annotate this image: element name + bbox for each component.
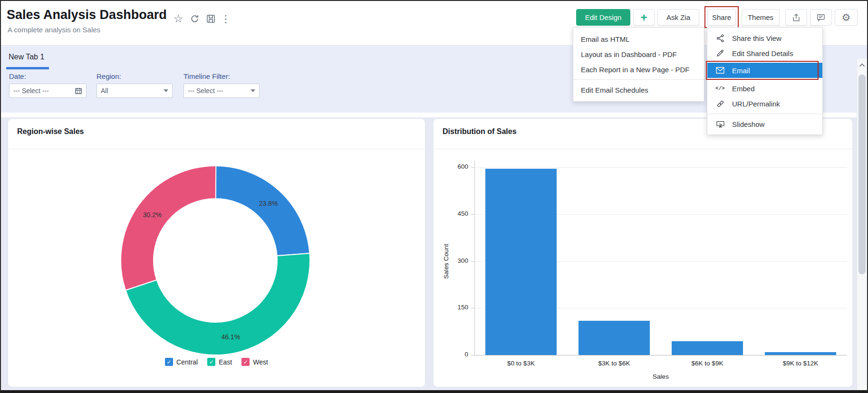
y-tick-label: 150 (434, 304, 468, 311)
x-tick-label: $9K to $12K (754, 360, 847, 367)
legend-item-east: ✓ East (207, 358, 232, 366)
tab-new-tab-1[interactable]: New Tab 1 (9, 53, 44, 61)
themes-button[interactable]: Themes (742, 9, 780, 26)
edit-design-button[interactable]: Edit Design (576, 9, 630, 26)
x-tick-label: $6K to $9K (661, 360, 754, 367)
page-title: Sales Analysis Dashboard (7, 8, 167, 22)
date-filter-input[interactable]: --- Select --- (9, 84, 87, 98)
dashboard-canvas: Region-wise Sales 23.8%46.1%30.2% ✓ Cent… (1, 113, 867, 391)
menu-item-url-permalink[interactable]: URL/Permalink (707, 96, 822, 111)
add-tab-button[interactable]: + (633, 9, 655, 26)
export-icon (791, 13, 801, 22)
region-filter-select[interactable]: All (96, 84, 173, 98)
y-tick-mark (471, 214, 474, 215)
pencil-icon (715, 49, 725, 58)
share-button[interactable]: Share (707, 9, 736, 26)
region-filter-value: All (101, 87, 161, 95)
legend-label: Central (176, 358, 198, 366)
slideshow-icon (715, 120, 725, 129)
donut-percent-label: 30.2% (143, 211, 162, 219)
divider (573, 79, 704, 80)
y-tick-label: 0 (434, 351, 468, 358)
menu-item-email-as-html[interactable]: Email as HTML (573, 31, 704, 47)
gear-icon: ⚙ (842, 12, 851, 23)
region-filter-label: Region: (96, 72, 121, 80)
legend-label: West (253, 358, 268, 366)
donut-chart: 23.8%46.1%30.2% (111, 156, 320, 365)
donut-legend: ✓ Central ✓ East ✓ West (8, 358, 425, 366)
y-axis-title: Sales Count (443, 244, 450, 279)
timeline-filter-label: Timeline Filter: (183, 72, 230, 80)
app-window: Sales Analysis Dashboard A complete anal… (0, 0, 868, 393)
link-icon (715, 99, 725, 108)
y-tick-label: 600 (434, 163, 468, 170)
x-tick-label: $3K to $6K (568, 360, 661, 367)
timeline-filter-value: --- Select --- (188, 87, 248, 95)
calendar-icon (75, 87, 82, 95)
y-tick-label: 450 (434, 210, 468, 217)
region-wise-sales-panel: Region-wise Sales 23.8%46.1%30.2% ✓ Cent… (8, 118, 425, 387)
page-subtitle: A complete analysis on Sales (8, 26, 100, 34)
bar-$6k-to-$9k[interactable] (672, 341, 743, 355)
more-options-kebab-icon[interactable]: ⋮ (220, 12, 232, 25)
ask-zia-button[interactable]: Ask Zia (657, 9, 699, 26)
comment-icon (816, 13, 826, 22)
share-dropdown-menu: Share this View Edit Shared Details Emai… (707, 27, 823, 135)
legend-item-west: ✓ West (241, 358, 268, 366)
menu-item-each-report-in-a-new-page-pdf[interactable]: Each Report in a New Page - PDF (573, 62, 704, 77)
menu-item-email[interactable]: Email (707, 63, 822, 78)
bar-$0-to-$3k[interactable] (485, 169, 557, 355)
favorite-star-icon[interactable]: ☆ (172, 12, 184, 25)
legend-checkbox-east[interactable]: ✓ (207, 358, 215, 366)
menu-item-edit-email-schedules[interactable]: Edit Email Schedules (573, 82, 704, 97)
y-tick-mark (471, 355, 474, 355)
email-options-submenu: Email as HTML Layout as in Dashboard - P… (573, 27, 704, 102)
y-tick-mark (471, 308, 474, 308)
bar-$9k-to-$12k[interactable] (765, 352, 836, 355)
menu-item-slideshow[interactable]: Slideshow (707, 116, 822, 132)
divider (8, 149, 425, 149)
x-axis-title: Sales (474, 373, 847, 380)
scroll-up-arrow-icon[interactable] (859, 63, 865, 67)
code-icon: </> (715, 86, 725, 91)
date-filter-value: --- Select --- (13, 87, 75, 95)
envelope-icon (715, 66, 725, 75)
gridline (474, 167, 847, 168)
donut-slice-west[interactable] (121, 166, 216, 290)
comments-button[interactable] (810, 9, 832, 26)
donut-percent-label: 46.1% (221, 333, 240, 341)
share-nodes-icon (715, 34, 725, 43)
active-tab-indicator (6, 67, 49, 69)
x-tick-label: $0 to $3K (474, 360, 568, 367)
y-axis-line (474, 161, 475, 355)
menu-item-share-this-view[interactable]: Share this View (707, 30, 822, 46)
legend-checkbox-central[interactable]: ✓ (165, 358, 173, 366)
bar-chart: 0150300450600$0 to $3K$3K to $6K$6K to $… (434, 119, 852, 387)
menu-item-embed[interactable]: </> Embed (707, 81, 822, 96)
menu-item-edit-shared-details[interactable]: Edit Shared Details (707, 46, 822, 61)
y-tick-mark (471, 167, 474, 168)
export-button[interactable] (785, 9, 807, 26)
distribution-of-sales-panel: Distribution of Sales 0150300450600$0 to… (433, 118, 853, 387)
legend-label: East (219, 358, 232, 366)
timeline-filter-select[interactable]: --- Select --- (183, 84, 260, 98)
donut-slice-central[interactable] (215, 166, 309, 256)
panel-title: Region-wise Sales (17, 127, 84, 136)
chevron-down-icon (251, 89, 255, 92)
legend-checkbox-west[interactable]: ✓ (241, 358, 250, 366)
x-axis-line (474, 355, 847, 355)
date-filter-label: Date: (9, 72, 26, 80)
refresh-icon[interactable] (188, 12, 201, 25)
vertical-scrollbar (857, 59, 867, 391)
menu-item-layout-as-in-dashboard-pdf[interactable]: Layout as in Dashboard - PDF (573, 47, 704, 62)
scrollbar-thumb[interactable] (858, 75, 866, 274)
chevron-down-icon (164, 89, 168, 92)
donut-percent-label: 23.8% (259, 200, 278, 207)
settings-button[interactable]: ⚙ (835, 9, 858, 26)
legend-item-central: ✓ Central (165, 358, 198, 366)
bar-$3k-to-$6k[interactable] (579, 321, 650, 355)
divider (707, 114, 822, 114)
save-icon[interactable] (204, 12, 217, 25)
y-tick-mark (471, 261, 474, 262)
y-tick-label: 300 (434, 257, 468, 264)
